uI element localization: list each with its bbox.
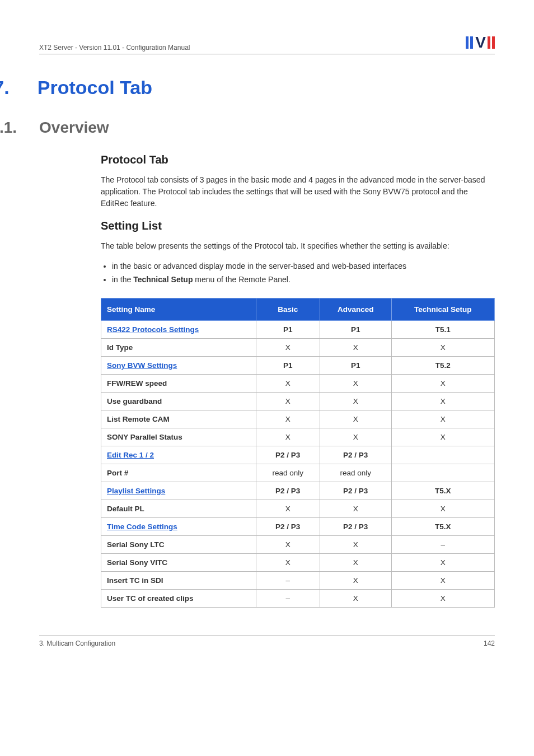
logo-bar-icon [466, 36, 469, 49]
table-row: SONY Parallel StatusXXX [101, 428, 495, 446]
col-header-name: Setting Name [101, 298, 256, 320]
cell-name: SONY Parallel Status [101, 428, 256, 446]
cell-advanced: P2 / P3 [320, 482, 391, 500]
section-heading: 3.7. Protocol Tab [0, 77, 495, 99]
table-row: Port #read onlyread only [101, 464, 495, 482]
cell-basic: P2 / P3 [256, 482, 320, 500]
settings-table: Setting Name Basic Advanced Technical Se… [101, 298, 495, 608]
cell-advanced: X [320, 589, 391, 607]
cell-advanced: P2 / P3 [320, 446, 391, 464]
cell-advanced: read only [320, 464, 391, 482]
evs-logo: V [466, 34, 495, 52]
cell-basic: X [256, 338, 320, 356]
cell-name[interactable]: Sony BVW Settings [101, 356, 256, 374]
cell-tech: X [391, 428, 494, 446]
cell-tech: X [391, 589, 494, 607]
table-row: Playlist SettingsP2 / P3P2 / P3T5.X [101, 482, 495, 500]
cell-tech: X [391, 374, 494, 392]
cell-name: Id Type [101, 338, 256, 356]
page-header: XT2 Server - Version 11.01 - Configurati… [39, 34, 495, 54]
cell-name: FFW/REW speed [101, 374, 256, 392]
cell-name: Insert TC in SDI [101, 571, 256, 589]
setting-link[interactable]: Time Code Settings [107, 522, 177, 531]
table-row: Serial Sony VITCXXX [101, 553, 495, 571]
table-row: Use guardbandXXX [101, 392, 495, 410]
cell-advanced: X [320, 571, 391, 589]
bullet-item: in the basic or advanced display mode in… [112, 260, 495, 273]
subsection-title: Overview [39, 119, 109, 137]
cell-name[interactable]: Edit Rec 1 / 2 [101, 446, 256, 464]
cell-basic: P1 [256, 356, 320, 374]
cell-name: Serial Sony LTC [101, 535, 256, 553]
table-row: Edit Rec 1 / 2P2 / P3P2 / P3 [101, 446, 495, 464]
cell-basic: X [256, 553, 320, 571]
paragraph: The Protocol tab consists of 3 pages in … [101, 174, 495, 209]
setting-link[interactable]: Playlist Settings [107, 487, 165, 495]
cell-tech: X [391, 338, 494, 356]
logo-bar-icon [492, 36, 495, 49]
logo-v-icon: V [475, 34, 485, 52]
cell-basic: P2 / P3 [256, 517, 320, 535]
table-row: Default PLXXX [101, 500, 495, 517]
table-row: List Remote CAMXXX [101, 410, 495, 428]
cell-advanced: X [320, 338, 391, 356]
table-row: Id TypeXXX [101, 338, 495, 356]
cell-tech: X [391, 553, 494, 571]
cell-basic: X [256, 374, 320, 392]
heading-protocol-tab: Protocol Tab [101, 153, 495, 166]
cell-basic: – [256, 589, 320, 607]
cell-advanced: P1 [320, 320, 391, 338]
cell-tech: T5.X [391, 482, 494, 500]
cell-basic: X [256, 392, 320, 410]
cell-basic: P1 [256, 320, 320, 338]
cell-tech: X [391, 392, 494, 410]
cell-tech: X [391, 410, 494, 428]
heading-setting-list: Setting List [101, 220, 495, 232]
cell-advanced: X [320, 553, 391, 571]
setting-link[interactable]: Edit Rec 1 / 2 [107, 451, 154, 459]
cell-tech [391, 446, 494, 464]
section-title: Protocol Tab [38, 77, 152, 99]
col-header-advanced: Advanced [320, 298, 391, 320]
cell-basic: X [256, 500, 320, 517]
setting-link[interactable]: RS422 Protocols Settings [107, 325, 199, 334]
cell-tech: X [391, 571, 494, 589]
bullet-list: in the basic or advanced display mode in… [101, 260, 495, 287]
cell-basic: P2 / P3 [256, 446, 320, 464]
footer-page-number: 142 [484, 640, 495, 647]
cell-name: Serial Sony VITC [101, 553, 256, 571]
cell-name[interactable]: RS422 Protocols Settings [101, 320, 256, 338]
logo-bar-icon [470, 36, 473, 49]
setting-link[interactable]: Sony BVW Settings [107, 361, 177, 370]
table-row: Serial Sony LTCXX– [101, 535, 495, 553]
subsection-heading: 3.7.1. Overview [0, 119, 495, 137]
table-row: RS422 Protocols SettingsP1P1T5.1 [101, 320, 495, 338]
header-text: XT2 Server - Version 11.01 - Configurati… [39, 44, 190, 52]
cell-name: Default PL [101, 500, 256, 517]
paragraph: The table below presents the settings of… [101, 240, 495, 252]
cell-name[interactable]: Time Code Settings [101, 517, 256, 535]
cell-advanced: X [320, 500, 391, 517]
cell-basic: read only [256, 464, 320, 482]
cell-tech: T5.X [391, 517, 494, 535]
cell-basic: X [256, 535, 320, 553]
page-footer: 3. Multicam Configuration 142 [39, 636, 495, 647]
section-number: 3.7. [0, 77, 10, 99]
cell-tech: – [391, 535, 494, 553]
table-row: User TC of created clips–XX [101, 589, 495, 607]
cell-name: Port # [101, 464, 256, 482]
cell-basic: X [256, 428, 320, 446]
cell-advanced: X [320, 392, 391, 410]
footer-left: 3. Multicam Configuration [39, 640, 115, 647]
cell-advanced: P1 [320, 356, 391, 374]
cell-tech: X [391, 500, 494, 517]
table-row: Insert TC in SDI–XX [101, 571, 495, 589]
bold-phrase: Technical Setup [133, 275, 193, 284]
cell-basic: – [256, 571, 320, 589]
logo-bar-icon [488, 36, 490, 49]
col-header-tech: Technical Setup [391, 298, 494, 320]
col-header-basic: Basic [256, 298, 320, 320]
cell-name: User TC of created clips [101, 589, 256, 607]
cell-advanced: X [320, 535, 391, 553]
cell-name[interactable]: Playlist Settings [101, 482, 256, 500]
